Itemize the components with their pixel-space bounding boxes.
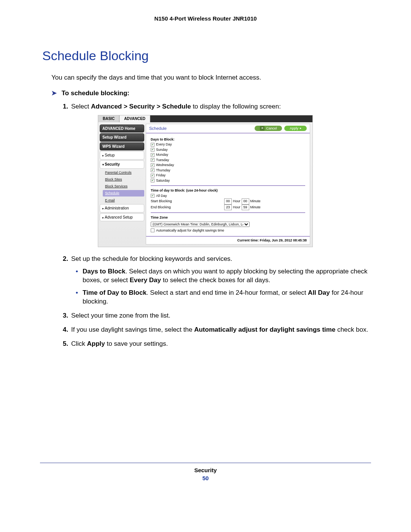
chk-sunday[interactable] xyxy=(151,148,155,152)
end-min-input[interactable]: 59 xyxy=(242,204,249,211)
timezone-label: Time Zone xyxy=(151,215,305,220)
chk-wednesday[interactable] xyxy=(151,163,155,167)
bullet-time: Time of Day to Block. Select a start and… xyxy=(76,289,371,306)
arrow-icon: ➤ xyxy=(51,89,57,97)
chk-saturday[interactable] xyxy=(151,179,155,182)
close-icon: ✕ xyxy=(260,126,264,131)
step-4: 4.If you use daylight savings time, sele… xyxy=(63,326,371,334)
sidebar: ADVANCED Home Setup Wizard WPS Wizard Se… xyxy=(98,122,146,247)
cancel-button[interactable]: ✕Cancel xyxy=(255,126,282,131)
chk-friday[interactable] xyxy=(151,174,155,177)
step-3: 3.Select your time zone from the list. xyxy=(63,312,371,320)
embedded-screenshot: BASIC ADVANCED ADVANCED Home Setup Wizar… xyxy=(98,115,313,247)
chk-dst[interactable] xyxy=(151,228,155,232)
time-to-block-label: Time of day to Block: (use 24-hour clock… xyxy=(151,188,305,193)
sidebar-sub-block-sites[interactable]: Block Sites xyxy=(103,176,144,182)
sidebar-item-setup[interactable]: Setup xyxy=(100,151,144,160)
days-to-block-label: Days to Block: xyxy=(151,137,305,142)
current-time: Current time: Friday, Jun 29, 2012 08:45… xyxy=(146,236,310,244)
chk-tuesday[interactable] xyxy=(151,158,155,162)
footer-page-number: 50 xyxy=(40,475,371,481)
chevron-right-icon: ▸ xyxy=(300,126,301,131)
sidebar-sub-block-services[interactable]: Block Services xyxy=(103,183,144,189)
page-title: Schedule Blocking xyxy=(40,48,371,63)
sidebar-sub-parental[interactable]: Parental Controls xyxy=(103,169,144,176)
sidebar-item-administration[interactable]: Administration xyxy=(100,204,144,212)
sidebar-item-security[interactable]: Security xyxy=(100,160,144,169)
sidebar-item-advanced-home[interactable]: ADVANCED Home xyxy=(100,125,144,133)
sidebar-item-wps-wizard[interactable]: WPS Wizard xyxy=(100,142,144,151)
page-footer: Security 50 xyxy=(40,463,371,481)
start-min-input[interactable]: 00 xyxy=(242,198,249,204)
step-2: 2.Set up the schedule for blocking keywo… xyxy=(63,255,371,306)
chk-allday[interactable] xyxy=(151,194,155,198)
content-pane: Schedule ✕Cancel Apply▸ Days to Block: E… xyxy=(146,124,310,244)
start-hour-input[interactable]: 00 xyxy=(224,198,232,204)
content-title: Schedule xyxy=(149,126,167,131)
running-header: N150 4-Port Wireless Router JNR1010 xyxy=(40,15,371,22)
end-hour-input[interactable]: 23 xyxy=(224,204,232,211)
chk-thursday[interactable] xyxy=(151,168,155,172)
start-blocking-label: Start Blocking xyxy=(151,199,223,204)
apply-button[interactable]: Apply▸ xyxy=(284,126,307,131)
sidebar-item-setup-wizard[interactable]: Setup Wizard xyxy=(100,133,144,142)
sidebar-item-advanced-setup[interactable]: Advanced Setup xyxy=(100,213,144,222)
step-5: 5.Click Apply to save your settings. xyxy=(63,340,371,348)
bullet-days: Days to Block. Select days on which you … xyxy=(76,267,371,285)
sidebar-sub-schedule[interactable]: Schedule xyxy=(103,190,144,196)
footer-section: Security xyxy=(40,467,371,473)
procedure-label: To schedule blocking: xyxy=(62,89,129,97)
procedure-heading: ➤ To schedule blocking: xyxy=(40,89,371,97)
chk-monday[interactable] xyxy=(151,153,155,157)
chk-everyday[interactable] xyxy=(151,143,155,147)
tab-basic[interactable]: BASIC xyxy=(98,115,119,122)
intro-text: You can specify the days and time that y… xyxy=(40,74,371,81)
end-blocking-label: End Blocking xyxy=(151,205,223,210)
timezone-select[interactable]: (GMT) Greenwich Mean Time: Dublin, Edinb… xyxy=(151,222,250,227)
step-1: 1.Select Advanced > Security > Schedule … xyxy=(63,102,371,247)
tab-advanced[interactable]: ADVANCED xyxy=(119,115,150,122)
sidebar-sub-email[interactable]: E-mail xyxy=(103,197,144,203)
